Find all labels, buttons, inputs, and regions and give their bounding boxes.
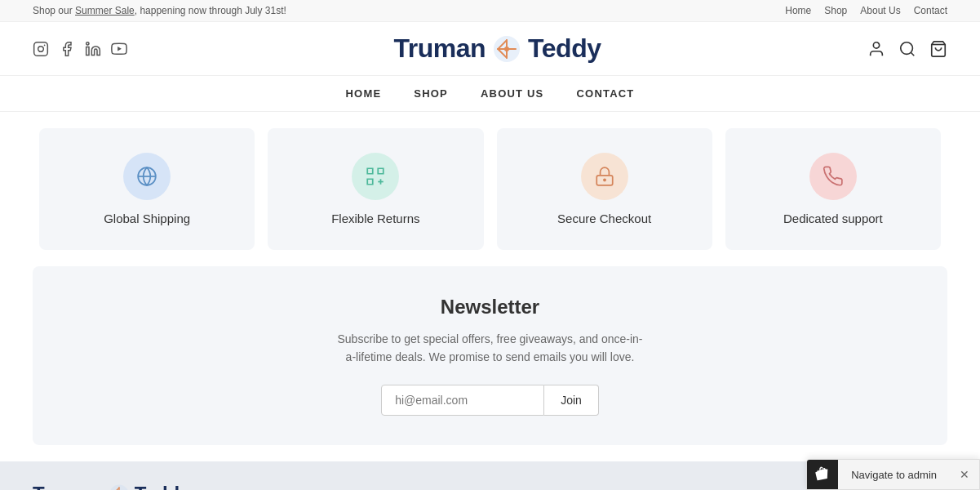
facebook-icon[interactable] bbox=[59, 41, 75, 57]
svg-point-11 bbox=[504, 47, 509, 51]
feature-label-global-shipping: Global Shipping bbox=[104, 212, 190, 225]
feature-card-dedicated-support: Dedicated support bbox=[725, 128, 941, 250]
svg-point-13 bbox=[901, 42, 913, 54]
svg-point-4 bbox=[86, 42, 89, 44]
support-icon bbox=[809, 153, 857, 200]
announcement-link[interactable]: Summer Sale bbox=[75, 5, 135, 16]
announcement-text: Shop our Summer Sale, happening now thro… bbox=[33, 5, 286, 16]
nav-about[interactable]: ABOUT US bbox=[481, 87, 544, 100]
svg-rect-0 bbox=[34, 42, 48, 56]
linkedin-icon[interactable] bbox=[85, 41, 101, 57]
features-section: Global Shipping Flexible Returns Secure … bbox=[0, 112, 980, 266]
nav-shop[interactable]: SHOP bbox=[414, 87, 448, 100]
account-icon[interactable] bbox=[867, 40, 885, 58]
svg-line-14 bbox=[911, 52, 914, 56]
feature-card-flexible-returns: Flexible Returns bbox=[268, 128, 483, 250]
top-nav-home[interactable]: Home bbox=[785, 5, 811, 16]
newsletter-email-input[interactable] bbox=[381, 385, 544, 416]
globe-icon bbox=[123, 153, 171, 200]
svg-point-1 bbox=[38, 46, 44, 51]
search-icon[interactable] bbox=[898, 40, 916, 58]
top-nav-contact[interactable]: Contact bbox=[914, 5, 947, 16]
shopify-logo bbox=[807, 460, 838, 489]
announcement-bar: Shop our Summer Sale, happening now thro… bbox=[0, 0, 980, 22]
footer-logo-icon bbox=[109, 483, 130, 490]
logo-text-right: Teddy bbox=[528, 33, 601, 64]
feature-label-flexible-returns: Flexible Returns bbox=[331, 212, 419, 225]
svg-point-2 bbox=[44, 44, 46, 46]
top-nav-about[interactable]: About Us bbox=[860, 5, 900, 16]
returns-icon bbox=[352, 153, 399, 200]
admin-bar-label[interactable]: Navigate to admin bbox=[838, 462, 950, 488]
feature-card-secure-checkout: Secure Checkout bbox=[497, 128, 712, 250]
newsletter-description: Subscribe to get special offers, free gi… bbox=[335, 330, 645, 367]
feature-label-secure-checkout: Secure Checkout bbox=[557, 212, 651, 225]
admin-bar: Navigate to admin ✕ bbox=[806, 459, 980, 490]
footer-logo: Truman Teddy bbox=[33, 483, 191, 490]
newsletter-form: Join bbox=[49, 385, 931, 416]
header-actions bbox=[867, 40, 947, 58]
svg-rect-3 bbox=[86, 47, 89, 55]
announcement-post: , happening now through July 31st! bbox=[135, 5, 286, 16]
logo-text-left: Truman bbox=[394, 33, 486, 64]
youtube-icon[interactable] bbox=[111, 41, 127, 57]
newsletter-join-button[interactable]: Join bbox=[544, 385, 599, 416]
newsletter-title: Newsletter bbox=[49, 296, 931, 318]
top-nav-shop[interactable]: Shop bbox=[824, 5, 847, 16]
nav-contact[interactable]: CONTACT bbox=[576, 87, 634, 100]
admin-bar-close-button[interactable]: ✕ bbox=[950, 461, 979, 488]
footer-logo-text-right: Teddy bbox=[135, 483, 191, 490]
newsletter-section: Newsletter Subscribe to get special offe… bbox=[33, 266, 947, 445]
lock-icon bbox=[581, 153, 628, 200]
logo-snowflake-icon bbox=[492, 34, 521, 64]
footer-logo-text-left: Truman bbox=[33, 483, 104, 490]
cart-icon[interactable] bbox=[929, 40, 947, 58]
header: Truman Teddy bbox=[0, 22, 980, 76]
svg-marker-5 bbox=[118, 47, 122, 51]
social-icons bbox=[33, 41, 127, 57]
main-nav: HOME SHOP ABOUT US CONTACT bbox=[0, 76, 980, 112]
logo[interactable]: Truman Teddy bbox=[394, 33, 601, 64]
announcement-pre: Shop our bbox=[33, 5, 75, 16]
instagram-icon[interactable] bbox=[33, 41, 49, 57]
top-nav: Home Shop About Us Contact bbox=[785, 5, 947, 16]
svg-point-12 bbox=[873, 42, 879, 47]
nav-home[interactable]: HOME bbox=[346, 87, 382, 100]
feature-label-dedicated-support: Dedicated support bbox=[783, 212, 883, 225]
svg-point-19 bbox=[604, 179, 605, 180]
feature-card-global-shipping: Global Shipping bbox=[39, 128, 255, 250]
